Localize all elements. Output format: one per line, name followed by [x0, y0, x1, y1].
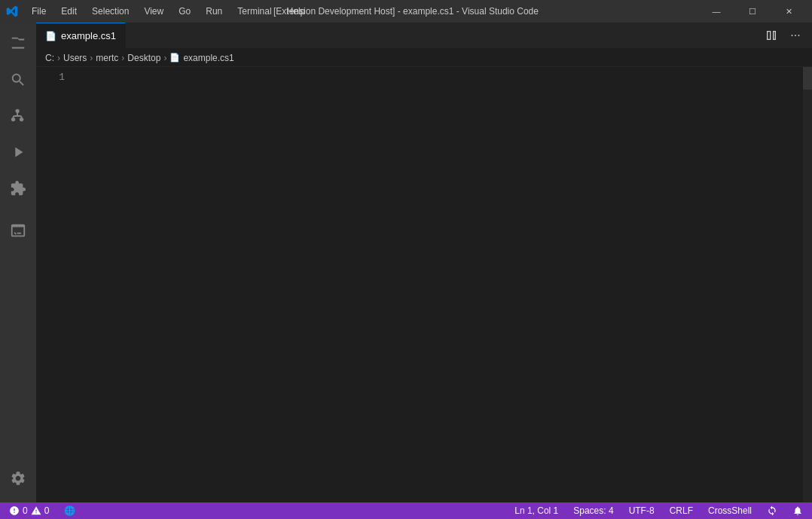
tab-actions: ···: [761, 23, 812, 48]
close-button[interactable]: ✕: [771, 0, 806, 23]
line-numbers: 1: [36, 67, 74, 502]
line-number-1: 1: [36, 70, 65, 84]
status-line-ending[interactable]: CRLF: [667, 502, 696, 519]
settings-icon[interactable]: [0, 460, 36, 496]
status-encoding[interactable]: UTF-8: [626, 502, 658, 519]
breadcrumb-filename[interactable]: example.cs1: [183, 53, 234, 63]
breadcrumb: C: › Users › mertc › Desktop › 📄 example…: [36, 49, 812, 67]
menu-terminal[interactable]: Terminal: [231, 5, 277, 18]
maximize-button[interactable]: ☐: [735, 0, 770, 23]
activity-bottom: [0, 460, 36, 496]
explorer-icon[interactable]: [0, 26, 36, 62]
minimap-scrollbar[interactable]: [803, 67, 812, 502]
minimap-thumb: [803, 67, 812, 90]
status-left: 0 0 🌐: [6, 502, 78, 519]
breadcrumb-users[interactable]: Users: [63, 53, 87, 63]
extensions-icon[interactable]: [0, 170, 36, 206]
menu-bar: File Edit Selection View Go Run Terminal…: [26, 5, 311, 18]
code-content[interactable]: [74, 67, 812, 502]
breadcrumb-sep-3: ›: [121, 53, 124, 63]
breadcrumb-desktop[interactable]: Desktop: [127, 53, 160, 63]
status-bell[interactable]: [789, 502, 806, 519]
menu-selection[interactable]: Selection: [86, 5, 135, 18]
tab-example-cs1[interactable]: 📄 example.cs1: [36, 23, 126, 48]
breadcrumb-mertc[interactable]: mertc: [96, 53, 118, 63]
split-editor-button[interactable]: [761, 25, 782, 46]
menu-edit[interactable]: Edit: [55, 5, 83, 18]
encoding-text: UTF-8: [629, 505, 655, 516]
tab-label: example.cs1: [61, 30, 116, 41]
status-right: Ln 1, Col 1 Spaces: 4 UTF-8 CRLF CrossSh…: [511, 502, 806, 519]
titlebar-right: — ☐ ✕: [699, 0, 806, 23]
source-control-icon[interactable]: [0, 98, 36, 134]
run-debug-icon[interactable]: [0, 134, 36, 170]
code-editor[interactable]: 1: [36, 67, 812, 502]
status-position[interactable]: Ln 1, Col 1: [511, 502, 561, 519]
breadcrumb-sep-1: ›: [57, 53, 60, 63]
spaces-text: Spaces: 4: [573, 505, 613, 516]
menu-go[interactable]: Go: [172, 5, 197, 18]
breadcrumb-file-icon: 📄: [169, 53, 180, 63]
titlebar: File Edit Selection View Go Run Terminal…: [0, 0, 812, 23]
activity-bar: [0, 23, 36, 502]
tab-file-icon: 📄: [45, 31, 56, 41]
warning-count: 0: [44, 505, 50, 516]
line-ending-text: CRLF: [670, 505, 693, 516]
status-errors[interactable]: 0 0: [6, 502, 52, 519]
globe-icon: 🌐: [64, 505, 75, 516]
position-text: Ln 1, Col 1: [514, 505, 558, 516]
tab-bar: 📄 example.cs1 ···: [36, 23, 812, 49]
titlebar-left: File Edit Selection View Go Run Terminal…: [6, 5, 311, 18]
status-shell[interactable]: CrossShell: [705, 502, 755, 519]
titlebar-title: [Extension Development Host] - example.c…: [273, 6, 539, 17]
more-actions-button[interactable]: ···: [785, 25, 806, 46]
minimize-button[interactable]: —: [699, 0, 734, 23]
breadcrumb-c[interactable]: C:: [45, 53, 54, 63]
vscode-icon: [6, 5, 18, 17]
status-globe[interactable]: 🌐: [61, 502, 78, 519]
main: 📄 example.cs1 ··· C: › Users › mertc › D…: [0, 23, 812, 502]
search-icon[interactable]: [0, 62, 36, 98]
menu-view[interactable]: View: [138, 5, 169, 18]
terminal-icon[interactable]: [0, 212, 36, 249]
breadcrumb-sep-2: ›: [90, 53, 93, 63]
breadcrumb-sep-4: ›: [163, 53, 166, 63]
status-sync[interactable]: [764, 502, 780, 519]
status-bar: 0 0 🌐 Ln 1, Col 1 Spaces: 4 UTF-8 CRLF C…: [0, 502, 812, 519]
error-count: 0: [23, 505, 28, 516]
menu-run[interactable]: Run: [200, 5, 228, 18]
shell-text: CrossShell: [708, 505, 752, 516]
menu-file[interactable]: File: [26, 5, 52, 18]
editor-area: 📄 example.cs1 ··· C: › Users › mertc › D…: [36, 23, 812, 502]
status-spaces[interactable]: Spaces: 4: [570, 502, 616, 519]
